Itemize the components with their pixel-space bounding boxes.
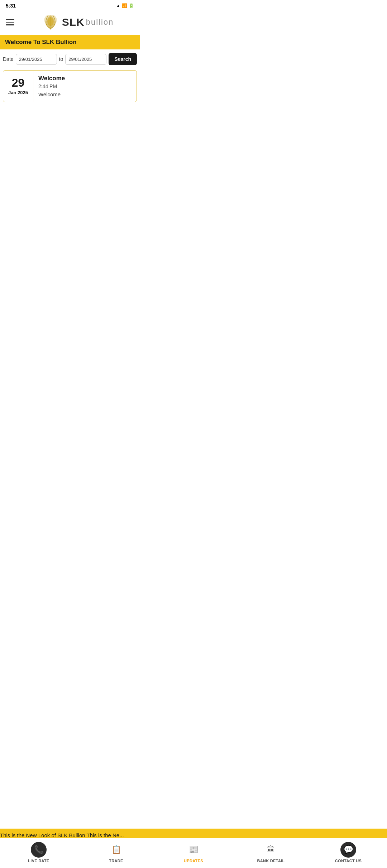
logo-container: SLK bullion [19, 13, 135, 32]
from-date-input[interactable] [16, 54, 57, 65]
menu-button[interactable] [4, 18, 16, 27]
entry-time: 2:44 PM [38, 83, 132, 89]
date-search-bar: Date to Search [0, 49, 140, 69]
main-content: 29 Jan 2025 Welcome 2:44 PM Welcome [0, 70, 140, 154]
logo-icon [41, 13, 60, 32]
status-icons: ▲ 📶 🔋 [116, 3, 134, 8]
menu-line-3 [6, 24, 14, 25]
entry-content: Welcome 2:44 PM Welcome [33, 71, 137, 102]
search-button[interactable]: Search [109, 53, 137, 65]
date-label: Date [3, 56, 14, 62]
entry-month-year: Jan 2025 [8, 90, 28, 95]
signal-icon: 📶 [122, 3, 127, 8]
status-time: 5:31 [6, 3, 16, 9]
to-date-input[interactable] [65, 54, 106, 65]
welcome-banner: Welcome To SLK Bullion [0, 35, 140, 49]
logo-text-bullion: bullion [86, 18, 114, 27]
entry-date-box: 29 Jan 2025 [3, 71, 33, 102]
entry-message: Welcome [38, 91, 132, 97]
wifi-icon: ▲ [116, 3, 120, 8]
entry-card: 29 Jan 2025 Welcome 2:44 PM Welcome [3, 70, 137, 102]
logo-text-slk: SLK [62, 16, 85, 28]
header: SLK bullion [0, 10, 140, 35]
status-bar: 5:31 ▲ 📶 🔋 [0, 0, 140, 10]
menu-line-1 [6, 19, 14, 20]
battery-icon: 🔋 [129, 3, 134, 8]
entry-day: 29 [12, 77, 25, 88]
entry-title: Welcome [38, 75, 132, 82]
to-label: to [59, 56, 63, 62]
menu-line-2 [6, 22, 14, 23]
welcome-text: Welcome To SLK Bullion [5, 39, 77, 45]
